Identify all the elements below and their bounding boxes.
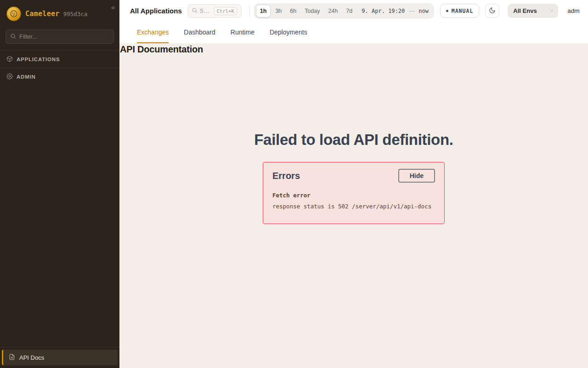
topbar: All Applications Ctrl+K 1h 3h 6h Today 2… [119,0,588,22]
filter-input[interactable] [19,33,109,40]
sidebar-section-applications[interactable]: APPLICATIONS [0,50,119,68]
errors-panel-header: Errors Hide [272,169,435,183]
time-range-24h[interactable]: 24h [325,5,342,17]
filter-input-wrap [6,29,114,44]
app-root: Cameleer 995d3ca « APPLICATIONS [0,0,588,368]
time-range-6h[interactable]: 6h [286,5,300,17]
moon-icon [489,7,496,15]
manual-dot-icon: ● [446,9,449,13]
global-search[interactable]: Ctrl+K [187,4,242,18]
main-content: API Documentation Failed to load API def… [119,43,588,368]
tab-runtime[interactable]: Runtime [231,22,254,43]
error-name: Fetch error [272,192,435,199]
user-name: adm [567,7,579,14]
manual-label: MANUAL [452,8,474,14]
time-range-start[interactable]: 9. Apr. 19:20 [362,8,405,14]
content-column: All Applications Ctrl+K 1h 3h 6h Today 2… [119,0,588,368]
search-icon [192,7,198,15]
tab-dashboard[interactable]: Dashboard [184,22,215,43]
tab-exchanges[interactable]: Exchanges [137,22,169,43]
tab-deployments[interactable]: Deployments [270,22,307,43]
time-range-today[interactable]: Today [301,5,323,17]
chevron-down-icon [549,7,554,14]
global-search-input[interactable] [200,8,212,14]
app-tabs: Exchanges Dashboard Runtime Deployments [119,22,588,43]
brand-name: Cameleer [25,10,60,18]
search-shortcut-badge: Ctrl+K [214,7,237,15]
time-range-1h[interactable]: 1h [256,5,271,17]
brand-version: 995d3ca [63,11,88,17]
environment-select[interactable]: All Envs [508,4,558,18]
header-divider [249,6,250,17]
sidebar: Cameleer 995d3ca « APPLICATIONS [0,0,119,368]
package-icon [6,56,13,63]
sidebar-item-label: API Docs [19,354,44,361]
dark-mode-toggle[interactable] [485,4,499,18]
page-context-title: All Applications [130,7,182,15]
collapse-sidebar-icon[interactable]: « [111,4,115,11]
sidebar-section-label: ADMIN [17,74,36,80]
errors-panel-title: Errors [272,171,300,181]
page-title: API Documentation [119,43,588,55]
sidebar-section-admin[interactable]: ADMIN [0,68,119,85]
time-range-group: 1h 3h 6h Today 24h 7d 9. Apr. 19:20 — no… [254,3,434,19]
sidebar-footer: API Docs [0,347,119,368]
time-range-3h[interactable]: 3h [271,5,285,17]
cameleer-logo [6,6,21,21]
brand-row: Cameleer 995d3ca « [0,0,119,27]
time-range-end[interactable]: now [418,8,429,14]
search-icon [10,33,16,41]
time-range-7d[interactable]: 7d [342,5,356,17]
swagger-fail-title: Failed to load API definition. [119,131,588,149]
sidebar-item-api-docs[interactable]: API Docs [2,350,118,365]
errors-panel: Errors Hide Fetch error response status … [263,162,445,224]
hide-errors-button[interactable]: Hide [398,169,435,183]
time-range-separator: — [409,8,414,14]
environment-select-value: All Envs [513,7,537,14]
sidebar-section-label: APPLICATIONS [17,57,60,62]
manual-refresh-button[interactable]: ● MANUAL [440,4,479,18]
document-icon [9,354,15,362]
error-message: response status is 502 /server/api/v1/ap… [272,203,435,210]
gear-icon [6,73,13,80]
